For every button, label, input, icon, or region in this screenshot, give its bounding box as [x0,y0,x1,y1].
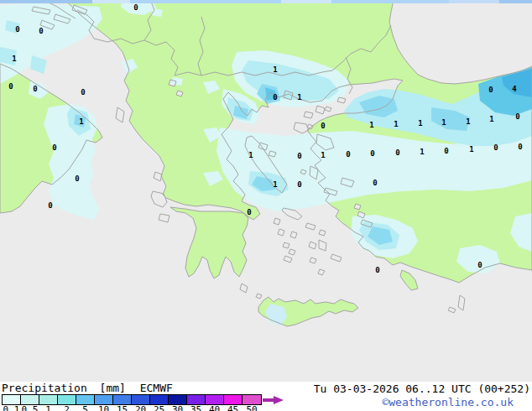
precip-value-marker: 0 [133,3,138,12]
map-canvas: 0001000100001010401111110101000101001000… [0,0,532,382]
precip-value-marker: 1 [273,180,277,189]
precip-value-marker: 4 [512,85,517,93]
scale-cell: 15 [113,395,132,404]
precip-value-marker: 0 [297,180,301,189]
precip-value-marker: 0 [48,201,52,210]
scale-cell: 2 [58,395,76,404]
precip-value-marker: 0 [273,93,277,101]
scale-overflow-arrow-icon [263,395,284,405]
scale-tick-label: 10 [98,406,109,411]
precip-value-marker: 0 [370,149,374,158]
scale-tick-label: 2 [64,406,70,411]
precip-value-marker: 0 [52,143,56,152]
precip-value-marker: 1 [394,120,398,128]
scale-tick-label: 0.1 [3,406,20,411]
precip-value-marker: 0 [346,150,350,159]
top-edge-strip [0,0,532,3]
legend-bar-area: Precipitation [mm] ECMWF 0.10.5125101520… [0,382,532,411]
scale-tick-label: 1 [45,406,51,411]
precip-value-marker: 0 [8,82,13,91]
precip-value-marker: 0 [15,25,19,34]
precip-value-marker: 1 [273,65,277,74]
precip-value-marker: 0 [488,86,493,94]
precip-value-marker: 1 [420,148,424,156]
precip-value-marker: 1 [248,151,253,159]
scale-tick-label: 15 [117,406,128,411]
scale-cell: 25 [150,395,169,404]
precip-value-marker: 0 [75,174,79,183]
precip-value-marker: 0 [297,152,301,160]
scale-tick-label: 35 [190,406,201,411]
precip-value-marker: 1 [418,119,422,127]
precip-value-marker: 1 [369,121,373,129]
legend-parameter-label: Precipitation [2,382,87,395]
precip-value-marker: 1 [466,117,470,126]
precip-value-marker: 1 [469,145,473,153]
precip-value-marker: 1 [321,151,325,159]
scale-tick-label: 20 [135,406,146,411]
precip-value-marker: 0 [395,148,399,157]
precip-value-marker: 0 [493,143,498,152]
scale-tick-label: 45 [227,406,238,411]
precip-value-marker: 0 [247,208,251,216]
precipitation-map: 0001000100001010401111110101000101001000… [0,0,532,382]
scale-cell: 35 [187,395,206,404]
weather-map-page: { "map": { "colors": { "sea": "#ebebeb",… [0,0,532,411]
scale-cell: 40 [206,395,224,404]
legend-model-label: ECMWF [140,382,173,394]
copyright-link[interactable]: ©weatheronline.co.uk [382,396,514,408]
legend-color-scale: 0.10.5125101520253035404550 [2,394,262,405]
precip-value-marker: 0 [81,88,85,96]
precip-value-marker: 0 [477,261,482,269]
precip-value-marker: 0 [33,85,37,93]
legend-title: Precipitation [mm] ECMWF [2,382,173,394]
scale-cell: 30 [169,395,187,404]
scale-cell: 0.5 [21,395,39,404]
precip-value-marker: 0 [321,122,325,130]
scale-tick-label: 0.5 [22,406,39,411]
scale-cell: 20 [132,395,150,404]
scale-cell: 50 [243,395,261,404]
precip-value-marker: 1 [79,117,83,126]
precip-value-marker: 1 [489,115,493,123]
scale-tick-label: 5 [82,406,88,411]
scale-tick-label: 25 [154,406,164,411]
scale-cell: 0.1 [3,395,21,404]
precip-value-marker: 0 [518,143,522,151]
precip-value-marker: 0 [39,27,43,35]
scale-cell: 10 [95,395,113,404]
scale-cell: 1 [39,395,58,404]
precip-value-marker: 1 [441,118,446,127]
precip-value-marker: 0 [444,147,448,155]
valid-time-label: Tu 03-03-2026 06..12 UTC (00+252) [314,382,530,395]
scale-cell: 5 [76,395,95,404]
precip-value-marker: 0 [375,266,379,274]
precip-value-marker: 0 [515,112,519,121]
scale-tick-label: 40 [209,406,220,411]
precip-value-marker: 0 [373,179,377,187]
scale-tick-label: 30 [172,406,183,411]
scale-tick-label: 50 [246,406,257,411]
precip-value-marker: 1 [297,93,301,101]
precip-value-marker: 1 [12,55,16,63]
legend-unit-label: [mm] [100,382,126,394]
scale-cell: 45 [224,395,243,404]
